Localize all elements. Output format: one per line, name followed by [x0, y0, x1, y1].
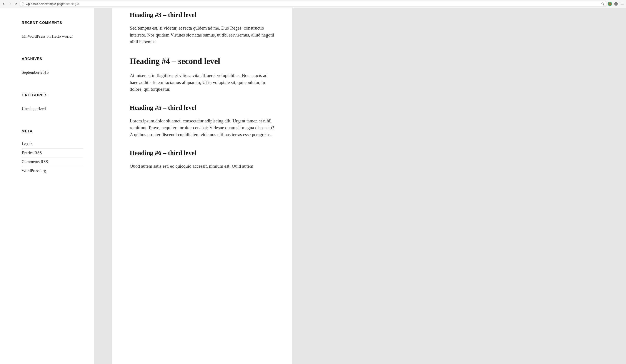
address-bar[interactable]: wp-basic.dev/example-page#heading-3 [20, 1, 606, 7]
widget-title: CATEGORIES [22, 93, 83, 97]
bookmark-star-icon[interactable] [601, 2, 604, 6]
archive-item: September 2015 [22, 69, 83, 76]
on-text: on [45, 34, 52, 39]
heading-5: Heading #5 – third level [130, 104, 275, 112]
widget-title: RECENT COMMENTS [22, 21, 83, 25]
browser-menu-icon[interactable] [620, 2, 624, 6]
url-text: wp-basic.dev/example-page#heading-3 [26, 2, 600, 6]
widget-archives: ARCHIVES September 2015 [22, 57, 83, 76]
heading-6: Heading #6 – third level [130, 149, 275, 157]
main-content: Heading #3 – third level Sed tempus est,… [112, 8, 292, 364]
extension-icon-1[interactable] [608, 2, 612, 6]
back-button[interactable] [2, 2, 6, 6]
paragraph: Sed tempus est, si videtur, et recta qui… [130, 25, 275, 45]
meta-link-wordpress-org[interactable]: WordPress.org [22, 168, 46, 173]
page-body: RECENT COMMENTS Mr WordPress on Hello wo… [0, 8, 626, 364]
meta-list: Log in Entries RSS Comments RSS WordPres… [22, 142, 83, 175]
page-icon [22, 2, 25, 5]
widget-categories: CATEGORIES Uncategorized [22, 93, 83, 112]
paragraph: Lorem ipsum dolor sit amet, consectetur … [130, 118, 275, 138]
sidebar: RECENT COMMENTS Mr WordPress on Hello wo… [0, 8, 94, 364]
list-item: Comments RSS [22, 157, 83, 166]
list-item: Log in [22, 142, 83, 148]
forward-button [8, 2, 12, 6]
browser-toolbar: wp-basic.dev/example-page#heading-3 [0, 0, 626, 8]
widget-meta: META Log in Entries RSS Comments RSS Wor… [22, 129, 83, 175]
archive-link[interactable]: September 2015 [22, 70, 49, 75]
category-item: Uncategorized [22, 105, 83, 112]
comment-author-link[interactable]: Mr WordPress [22, 34, 45, 39]
heading-4: Heading #4 – second level [130, 56, 275, 66]
paragraph: At miser, si in flagitiosa et vitiosa vi… [130, 72, 275, 93]
meta-link-comments-rss[interactable]: Comments RSS [22, 159, 48, 164]
widget-title: ARCHIVES [22, 57, 83, 61]
widget-title: META [22, 129, 83, 133]
list-item: WordPress.org [22, 166, 83, 175]
layout-gap [94, 8, 112, 364]
meta-link-entries-rss[interactable]: Entries RSS [22, 151, 42, 155]
paragraph: Quod autem satis est, eo quicquid access… [130, 163, 275, 170]
layout-gap-right [292, 8, 626, 364]
heading-3: Heading #3 – third level [130, 11, 275, 19]
comment-post-link[interactable]: Hello world! [52, 34, 73, 39]
reload-button[interactable] [14, 2, 18, 6]
category-link[interactable]: Uncategorized [22, 106, 46, 111]
meta-link-login[interactable]: Log in [22, 142, 33, 146]
list-item: Entries RSS [22, 148, 83, 157]
recent-comment-item: Mr WordPress on Hello world! [22, 33, 83, 40]
extension-icon-2[interactable] [614, 2, 618, 6]
widget-recent-comments: RECENT COMMENTS Mr WordPress on Hello wo… [22, 21, 83, 40]
